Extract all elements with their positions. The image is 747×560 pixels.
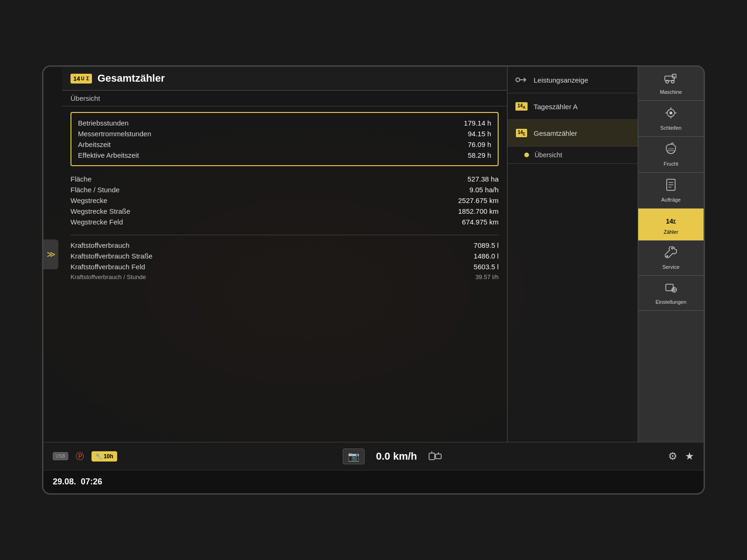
gear-status-icon: ⚙ (668, 450, 677, 462)
star-icon: ★ (685, 450, 694, 462)
camera-frame-icon: 📷 (348, 451, 359, 462)
right-sidebar: Maschine Schleifen (638, 67, 704, 442)
counter-badge: 14U Σ (70, 74, 92, 84)
row-kraftstoff: Kraftstoffverbrauch 7089.5 l (70, 240, 499, 251)
maschine-icon (664, 72, 678, 86)
tageszahler-icon: 14A (515, 100, 528, 113)
row-wegstrecke-feld: Wegstrecke Feld 674.975 km (70, 217, 499, 227)
flache-section: Fläche 527.38 ha Fläche / Stunde 9.05 ha… (70, 174, 499, 227)
transmission-icon (428, 450, 442, 462)
svg-point-0 (516, 78, 520, 82)
row-wegstrecke-strasse: Wegstrecke Straße 1852.700 km (70, 206, 499, 217)
row-effektive-arbeitszeit: Effektive Arbeitszeit 58.29 h (78, 150, 491, 161)
svg-point-25 (674, 289, 675, 291)
ubersicht-label: Übersicht (62, 91, 507, 106)
einstellungen-icon (665, 281, 677, 296)
gesamtzahler-icon: 14Σ (515, 126, 528, 140)
usb-label: USB (53, 452, 68, 460)
service-label: Service (662, 264, 680, 270)
leistungsanzeige-label: Leistungsanzeige (534, 76, 588, 84)
fuel-section: Kraftstoffverbrauch 7089.5 l Kraftstoffv… (70, 240, 499, 282)
gesamtzahler-label: Gesamtzähler (534, 129, 577, 137)
status-bar: USB Ⓟ 🔧 10h 📷 0.0 km/h ⚙ ★ (43, 442, 704, 470)
zahler-icon: 14Σ (666, 214, 676, 226)
wrench-badge: 🔧 10h (92, 451, 117, 462)
sidebar-item-einstellungen[interactable]: Einstellungen (638, 276, 704, 311)
frucht-icon (664, 142, 677, 158)
menu-tageszahler[interactable]: 14A Tageszähler A (507, 93, 638, 120)
middle-panel: Leistungsanzeige 14A Tageszähler A 14Σ G… (507, 67, 638, 442)
auftrage-label: Aufträge (661, 197, 681, 203)
row-arbeitszeit: Arbeitszeit 76.09 h (78, 139, 491, 150)
schleifen-label: Schleifen (660, 125, 681, 131)
bottom-bar: 29.08. 07:26 (43, 470, 704, 493)
speed-display: 0.0 km/h (376, 450, 417, 462)
row-messertrommel: Messertrommelstunden 94.15 h (78, 128, 491, 139)
svg-point-18 (666, 255, 668, 257)
row-wegstrecke: Wegstrecke 2527.675 km (70, 195, 499, 206)
menu-gesamtzahler[interactable]: 14Σ Gesamtzähler (507, 120, 638, 147)
tageszahler-label: Tageszähler A (534, 103, 578, 111)
status-center: 📷 0.0 km/h (343, 448, 442, 464)
sidebar-item-schleifen[interactable]: Schleifen (638, 101, 704, 137)
datetime-display: 29.08. 07:26 (53, 477, 102, 487)
left-body: Betriebsstunden 179.14 h Messertrommelst… (62, 106, 507, 442)
sidebar-item-auftrage[interactable]: Aufträge (638, 173, 704, 209)
status-right: ⚙ ★ (668, 450, 694, 462)
auftrage-icon (665, 178, 677, 194)
row-kraftstoff-strasse: Kraftstoffverbrauch Straße 1486.0 l (70, 251, 499, 261)
page-title: Gesamtzähler (98, 72, 165, 84)
chevron-left-button[interactable]: ≫ (43, 239, 58, 269)
menu-leistungsanzeige[interactable]: Leistungsanzeige (507, 67, 638, 93)
frucht-label: Frucht (663, 161, 678, 167)
submenu-ubersicht-label: Übersicht (535, 151, 562, 159)
einstellungen-label: Einstellungen (655, 299, 686, 305)
row-kraftstoff-feld: Kraftstoffverbrauch Feld 5603.5 l (70, 261, 499, 272)
submenu-ubersicht[interactable]: Übersicht (507, 147, 638, 164)
parking-icon: Ⓟ (76, 451, 84, 462)
maschine-label: Maschine (660, 89, 682, 95)
sidebar-item-maschine[interactable]: Maschine (638, 67, 704, 101)
service-icon (665, 246, 677, 261)
svg-rect-27 (436, 454, 441, 459)
svg-rect-26 (429, 453, 435, 460)
row-flache-stunde: Fläche / Stunde 9.05 ha/h (70, 184, 499, 195)
status-left: USB Ⓟ 🔧 10h (53, 451, 117, 462)
sidebar-item-service[interactable]: Service (638, 241, 704, 276)
schleifen-icon (664, 106, 677, 122)
row-flache: Fläche 527.38 ha (70, 174, 499, 184)
row-betriebsstunden: Betriebsstunden 179.14 h (78, 118, 491, 128)
leistungsanzeige-icon (515, 73, 528, 86)
zahler-label: Zähler (663, 229, 678, 235)
sidebar-item-zahler[interactable]: 14Σ Zähler (638, 209, 704, 241)
sidebar-item-frucht[interactable]: Frucht (638, 137, 704, 173)
row-kraftstoff-stunde: Kraftstoffverbrauch / Stunde 39.57 l/h (70, 272, 499, 282)
left-header: 14U Σ Gesamtzähler (62, 67, 507, 91)
highlighted-section: Betriebsstunden 179.14 h Messertrommelst… (70, 112, 499, 166)
